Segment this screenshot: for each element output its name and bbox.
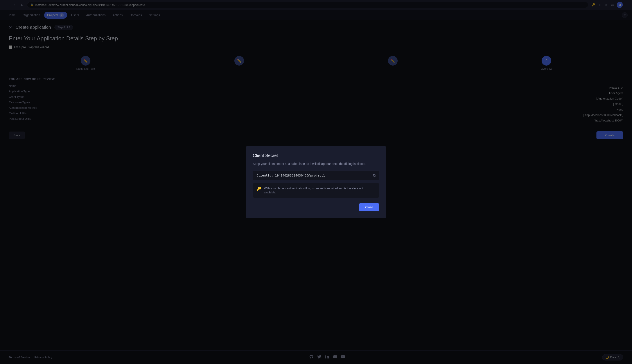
- copy-client-id-button[interactable]: ⧉: [373, 174, 376, 178]
- close-modal-button[interactable]: Close: [359, 203, 379, 211]
- modal-overlay: Client Secret Keep your client secret at…: [0, 0, 632, 364]
- modal-footer: Close: [253, 203, 379, 211]
- client-id-text: ClientId: 194140283624030465@project1: [256, 174, 325, 177]
- info-box: 🔑 With your chosen authentication flow, …: [253, 183, 379, 198]
- key-info-icon: 🔑: [256, 186, 261, 191]
- modal-title: Client Secret: [253, 153, 379, 158]
- info-text: With your chosen authentication flow, no…: [264, 186, 376, 195]
- client-secret-modal: Client Secret Keep your client secret at…: [246, 146, 386, 218]
- modal-description: Keep your client secret at a safe place …: [253, 162, 379, 166]
- client-id-box: ClientId: 194140283624030465@project1 ⧉: [253, 170, 379, 180]
